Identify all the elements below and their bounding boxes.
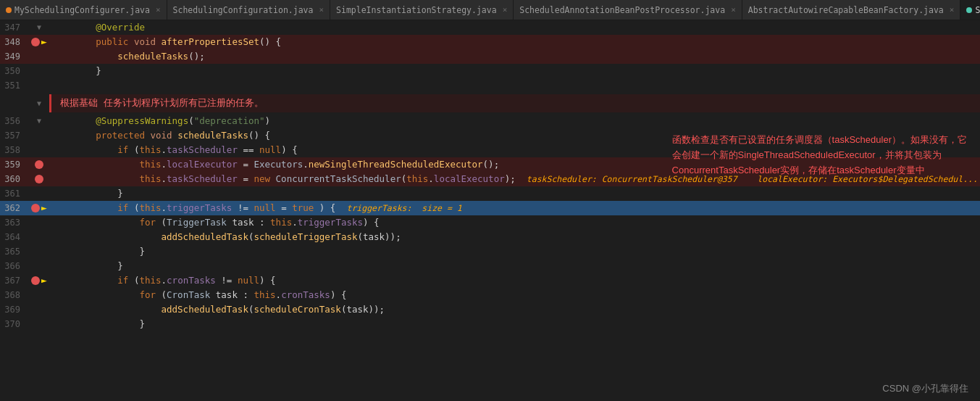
- line-content-365: }: [49, 244, 980, 259]
- line-content-361: }: [49, 186, 980, 201]
- tab-scheduled-task-registrar[interactable]: ScheduledTaskRegistrar.java ×: [960, 0, 980, 20]
- fold-icon-comment[interactable]: ▼: [37, 99, 41, 107]
- line-content-348: public void afterPropertiesSet() {: [49, 35, 980, 49]
- line-number-369: 369: [0, 302, 29, 317]
- line-markers-349: [29, 49, 49, 64]
- line-markers-363: [29, 215, 49, 230]
- tab-label-1: MySchedulingConfigurer.java: [14, 5, 150, 15]
- editor-body: 347 ▼ @Override 348 ► public void afterP…: [0, 20, 980, 401]
- line-number-351: 351: [0, 78, 29, 93]
- watermark: CSDN @小孔靠得住: [882, 382, 968, 395]
- line-content-359: this.localExecutor = Executors.newSingle…: [49, 157, 980, 172]
- exec-marker-367: ►: [41, 273, 47, 288]
- line-number-362: 362: [0, 201, 29, 215]
- code-line-363: 363 for (TriggerTask task : this.trigger…: [0, 215, 980, 230]
- line-number-360: 360: [0, 172, 29, 186]
- fold-icon-356[interactable]: ▼: [37, 114, 41, 128]
- line-number-358: 358: [0, 143, 29, 157]
- comment-bubble-text: 根据基础 任务计划程序计划所有已注册的任务。: [60, 97, 264, 108]
- line-markers-360: [29, 172, 49, 186]
- tab-close-1[interactable]: ×: [156, 5, 161, 15]
- comment-gutter: [0, 93, 29, 114]
- code-line-347: 347 ▼ @Override: [0, 20, 980, 35]
- code-line-364: 364 addScheduledTask(scheduleTriggerTask…: [0, 230, 980, 244]
- breakpoint-348[interactable]: [31, 38, 40, 46]
- line-number-363: 363: [0, 215, 29, 230]
- line-markers-351: [29, 78, 49, 93]
- line-markers-366: [29, 259, 49, 273]
- tab-abstract-autowire[interactable]: AbstractAutowireCapableBeanFactory.java …: [742, 0, 961, 20]
- line-markers-370: [29, 317, 49, 331]
- line-number-349: 349: [0, 49, 29, 64]
- code-line-358: 358 if (this.taskScheduler == null) {: [0, 143, 980, 157]
- line-content-367: if (this.cronTasks != null) {: [49, 273, 980, 288]
- code-line-362: 362 ► if (this.triggerTasks != null = tr…: [0, 201, 980, 215]
- fold-icon-347[interactable]: ▼: [37, 20, 41, 35]
- line-markers-348: ►: [29, 35, 49, 49]
- comment-bubble: 根据基础 任务计划程序计划所有已注册的任务。: [49, 94, 980, 112]
- line-markers-357: [29, 128, 49, 143]
- line-content-366: }: [49, 259, 980, 273]
- line-content-369: addScheduledTask(scheduleCronTask(task))…: [49, 302, 980, 317]
- code-line-365: 365 }: [0, 244, 980, 259]
- code-editor[interactable]: 347 ▼ @Override 348 ► public void afterP…: [0, 20, 980, 401]
- tab-close-3[interactable]: ×: [503, 5, 508, 15]
- code-line-357: 357 protected void scheduleTasks() {: [0, 128, 980, 143]
- line-number-347: 347: [0, 20, 29, 35]
- code-line-356: 356 ▼ @SuppressWarnings("deprecation"): [0, 114, 980, 128]
- tab-close-5[interactable]: ×: [950, 5, 955, 15]
- line-content-349: scheduleTasks();: [49, 49, 980, 64]
- code-line-350: 350 }: [0, 64, 980, 78]
- line-content-370: }: [49, 317, 980, 331]
- line-markers-364: [29, 230, 49, 244]
- line-number-350: 350: [0, 64, 29, 78]
- breakpoint-367[interactable]: [31, 276, 40, 285]
- line-content-350: }: [49, 64, 980, 78]
- code-line-367: 367 ► if (this.cronTasks != null) {: [0, 273, 980, 288]
- line-number-357: 357: [0, 128, 29, 143]
- breakpoint-362[interactable]: [31, 204, 40, 212]
- comment-marker: ▼: [29, 93, 49, 114]
- code-line-366: 366 }: [0, 259, 980, 273]
- code-line-360: 360 this.taskScheduler = new ConcurrentT…: [0, 172, 980, 186]
- line-number-368: 368: [0, 288, 29, 302]
- tab-scheduled-annotation[interactable]: ScheduledAnnotationBeanPostProcessor.jav…: [514, 0, 742, 20]
- line-markers-369: [29, 302, 49, 317]
- line-number-364: 364: [0, 230, 29, 244]
- editor-window: MySchedulingConfigurer.java × Scheduling…: [0, 0, 980, 401]
- tab-my-scheduling-configurer[interactable]: MySchedulingConfigurer.java ×: [0, 0, 167, 20]
- comment-bubble-row: ▼ 根据基础 任务计划程序计划所有已注册的任务。: [0, 93, 980, 114]
- code-line-361: 361 }: [0, 186, 980, 201]
- line-content-347: @Override: [49, 20, 980, 35]
- line-markers-365: [29, 244, 49, 259]
- line-markers-362: ►: [29, 201, 49, 215]
- line-content-360: this.taskScheduler = new ConcurrentTaskS…: [49, 172, 980, 186]
- tab-dot-1: [6, 7, 12, 13]
- tab-label-5: AbstractAutowireCapableBeanFactory.java: [748, 5, 944, 15]
- breakpoint-360[interactable]: [35, 175, 43, 183]
- tab-simple-instantiation[interactable]: SimpleInstantiationStrategy.java ×: [330, 0, 514, 20]
- line-content-351: [49, 78, 980, 93]
- line-content-364: addScheduledTask(scheduleTriggerTask(tas…: [49, 230, 980, 244]
- line-content-356: @SuppressWarnings("deprecation"): [49, 114, 980, 128]
- line-content-368: for (CronTask task : this.cronTasks) {: [49, 288, 980, 302]
- line-content-358: if (this.taskScheduler == null) {: [49, 143, 980, 157]
- line-markers-367: ►: [29, 273, 49, 288]
- tab-label-3: SimpleInstantiationStrategy.java: [336, 5, 497, 15]
- tab-scheduling-configuration[interactable]: SchedulingConfiguration.java ×: [167, 0, 331, 20]
- line-number-359: 359: [0, 157, 29, 172]
- line-markers-359: [29, 157, 49, 172]
- line-markers-350: [29, 64, 49, 78]
- tab-label-4: ScheduledAnnotationBeanPostProcessor.jav…: [519, 5, 725, 15]
- line-content-362: if (this.triggerTasks != null = true ) {…: [49, 201, 980, 215]
- tab-close-4[interactable]: ×: [731, 5, 736, 15]
- code-line-368: 368 for (CronTask task : this.cronTasks)…: [0, 288, 980, 302]
- code-line-359: 359 this.localExecutor = Executors.newSi…: [0, 157, 980, 172]
- line-markers-356: ▼: [29, 114, 49, 128]
- line-content-357: protected void scheduleTasks() {: [49, 128, 980, 143]
- line-number-348: 348: [0, 35, 29, 49]
- tab-close-2[interactable]: ×: [319, 5, 324, 15]
- code-line-369: 369 addScheduledTask(scheduleCronTask(ta…: [0, 302, 980, 317]
- breakpoint-359[interactable]: [35, 160, 43, 169]
- exec-marker-348: ►: [41, 35, 47, 49]
